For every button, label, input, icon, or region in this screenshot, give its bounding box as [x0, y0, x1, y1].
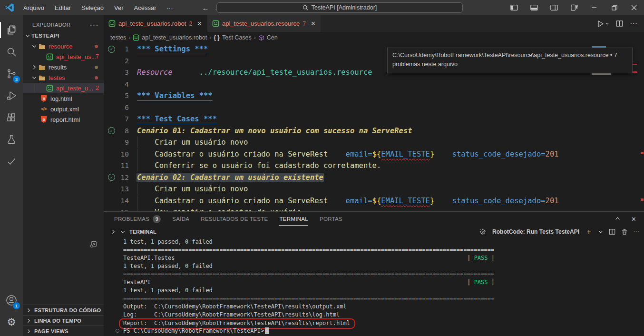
close-window-icon[interactable]	[624, 0, 644, 15]
explorer-more-icon[interactable]: ···	[90, 21, 99, 29]
code-text: Criar um usuário novo	[137, 138, 248, 147]
menu-selecao[interactable]: Seleção	[77, 3, 108, 13]
panel-tab-portas[interactable]: PORTAS	[320, 212, 342, 226]
code-line[interactable]: 14 Cadastrar o usuário criado na ServeRe…	[104, 195, 644, 207]
breadcrumb-testes[interactable]: testes	[110, 34, 126, 41]
terminal-prompt[interactable]: PS C:\CursoUdemy\RobotFramework\TesteAPI…	[123, 327, 644, 335]
back-arrow-icon[interactable]: ←	[202, 4, 209, 12]
test-pass-check-icon[interactable]: ✓	[108, 174, 115, 181]
code-line[interactable]: 6	[104, 102, 644, 114]
problems-dot-badge	[95, 45, 98, 48]
search-sidebar-icon[interactable]	[0, 41, 23, 63]
code-line[interactable]: 7*** Test Cases ***	[104, 113, 644, 125]
code-line[interactable]: ✓8Cenário 01: Cadastrar um novo usuário …	[104, 125, 644, 137]
vscode-window: Arquivo Editar Seleção Ver Acessar ··· ←…	[0, 0, 644, 336]
split-editor-icon[interactable]	[616, 20, 623, 27]
run-test-icon[interactable]	[596, 20, 609, 28]
customize-layout-icon[interactable]	[564, 0, 584, 15]
toggle-sidebar-icon[interactable]	[504, 0, 524, 15]
test-pass-check-icon[interactable]: ✓	[108, 46, 115, 53]
source-control-icon[interactable]: 3	[0, 63, 23, 85]
explorer-icon[interactable]	[0, 19, 23, 41]
menu-editar[interactable]: Editar	[50, 3, 75, 13]
code-line[interactable]: 11 Conferrir se o usuário foi cadastrado…	[104, 160, 644, 172]
terminal-header: TERMINAL RobotCode: Run Tests TesteAPI ＋…	[104, 226, 644, 237]
tab-robot-file[interactable]: api_teste_usuarios.robot 2 ✕	[104, 15, 207, 32]
chevron-down-icon[interactable]	[120, 229, 126, 235]
menu-more[interactable]: ···	[163, 3, 177, 13]
restore-icon[interactable]	[604, 0, 624, 15]
menu-arquivo[interactable]: Arquivo	[19, 3, 49, 13]
toggle-secondary-sidebar-icon[interactable]	[544, 0, 564, 15]
chevron-right-icon	[25, 327, 32, 335]
close-tab-icon[interactable]: ✕	[197, 20, 202, 27]
code-line[interactable]: ✓12Cenário 02: Cadastrar um usuário exis…	[104, 172, 644, 184]
chevron-right-icon[interactable]	[110, 229, 116, 235]
extensions-icon[interactable]	[0, 107, 23, 128]
split-terminal-icon[interactable]	[609, 228, 615, 235]
html-file-icon: 5	[40, 95, 48, 102]
chevron-right-icon	[30, 63, 38, 71]
tree-item-report-html[interactable]: 5 report.html	[23, 114, 104, 125]
tree-item-testes-file-selected[interactable]: api_teste_u... 2	[23, 83, 104, 93]
code-line[interactable]: 9 Criar um usuário novo	[104, 137, 644, 148]
code-text: Conferrir se o usuário foi cadastrado co…	[137, 161, 381, 170]
code-line[interactable]: 4	[104, 79, 644, 90]
terminal-line: ========================================…	[123, 270, 644, 278]
testing-flask-icon[interactable]	[0, 128, 23, 150]
titlebar: Arquivo Editar Seleção Ver Acessar ··· ←…	[0, 0, 644, 15]
panel-tab-terminal[interactable]: TERMINAL	[279, 212, 308, 226]
menu-acessar[interactable]: Acessar	[130, 3, 161, 13]
section-estrutura-do-codigo[interactable]: ESTRUTURA DO CÓDIGO	[23, 305, 104, 315]
command-center-search[interactable]: TesteAPI [Administrador]	[216, 2, 463, 13]
kill-terminal-trash-icon[interactable]	[621, 228, 628, 235]
toggle-panel-icon[interactable]	[524, 0, 544, 15]
run-debug-icon[interactable]	[0, 85, 23, 107]
code-line[interactable]: 15 Vou repetir o cadastro do usuário	[104, 207, 644, 211]
more-actions-icon[interactable]: ⋯	[630, 19, 637, 28]
account-icon[interactable]: 1	[0, 289, 23, 311]
close-panel-icon[interactable]: ✕	[631, 216, 636, 223]
section-page-views[interactable]: PAGE VIEWS	[23, 326, 104, 336]
close-tab-icon[interactable]: ✕	[311, 20, 316, 27]
code-line[interactable]: 10 Cadastrar o usuário criado na ServeRe…	[104, 148, 644, 160]
vscode-logo-icon	[5, 3, 14, 12]
section-linha-do-tempo[interactable]: LINHA DO TEMPO	[23, 315, 104, 326]
tree-item-output-xml[interactable]: </> output.xml	[23, 104, 104, 114]
tree-item-testes[interactable]: testes	[23, 72, 104, 83]
line-number: 6	[125, 104, 137, 111]
panel-tab-saida[interactable]: SAÍDA	[172, 212, 189, 226]
indent-guide	[34, 83, 35, 93]
minimize-icon[interactable]	[584, 0, 604, 15]
breadcrumb-test-cases[interactable]: Test Cases	[222, 34, 252, 41]
panel-tab-problemas[interactable]: PROBLEMAS 9	[114, 212, 161, 226]
tree-item-results[interactable]: results	[23, 62, 104, 72]
code-text: *** Variables ***	[137, 91, 213, 100]
terminal-profile-label[interactable]: RobotCode: Run Tests TesteAPI	[492, 228, 579, 235]
test-pass-check-icon[interactable]: ✓	[108, 127, 115, 134]
code-line[interactable]: 5*** Variables ***	[104, 90, 644, 102]
terminal-output[interactable]: 1 test, 1 passed, 0 failed==============…	[104, 237, 644, 336]
tree-item-testeapi[interactable]: TESTEAPI	[23, 30, 104, 41]
tree-item-log-html[interactable]: 5 log.html	[23, 93, 104, 104]
checkmark-view-icon[interactable]	[0, 150, 23, 172]
terminal-cursor	[265, 327, 269, 334]
tree-item-resource-file[interactable]: api_teste_us... 7	[23, 51, 104, 62]
breadcrumb-scenario[interactable]: Cen	[267, 34, 278, 41]
source-control-badge: 3	[13, 76, 20, 83]
panel-tab-resultados[interactable]: RESULTADOS DE TESTE	[201, 212, 268, 226]
menu-ver[interactable]: Ver	[110, 3, 128, 13]
maximize-panel-icon[interactable]	[615, 216, 621, 223]
breadcrumb-file[interactable]: api_teste_usuarios.robot	[142, 34, 207, 41]
editor-gutter: 13	[104, 183, 137, 195]
editor-gutter: 2	[104, 55, 137, 67]
code-line[interactable]: 13 Criar um usuário novo	[104, 183, 644, 195]
new-terminal-icon[interactable]: ＋	[585, 227, 593, 237]
tree-item-resource[interactable]: resource	[23, 41, 104, 51]
settings-gear-icon[interactable]: ⚙	[0, 311, 23, 333]
chevron-down-icon[interactable]	[598, 229, 603, 234]
more-actions-icon[interactable]: ⋯	[634, 228, 639, 235]
editor-gutter: 14	[104, 195, 137, 207]
editor-gutter: 15	[104, 207, 137, 211]
tab-resource-file[interactable]: api_teste_usuarios.resource 7 ✕	[207, 15, 321, 32]
